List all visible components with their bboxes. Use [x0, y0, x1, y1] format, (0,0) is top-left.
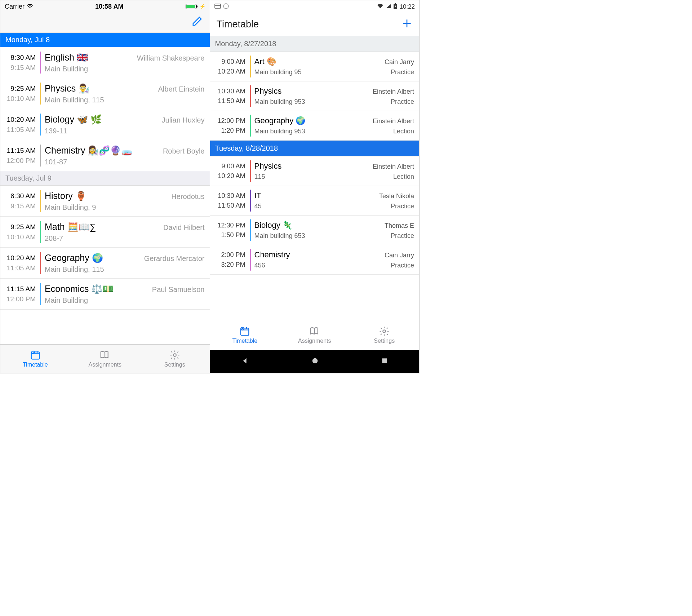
time-end: 11:50 AM	[218, 97, 245, 105]
nav-back[interactable]	[241, 357, 249, 366]
subject-name: IT	[254, 191, 262, 200]
nav-home[interactable]	[311, 357, 319, 366]
time-column: 8:30 AM 9:15 AM	[3, 51, 38, 74]
time-start: 10:30 AM	[218, 88, 245, 95]
subject-color-bar	[40, 252, 41, 274]
tab-label: Settings	[164, 362, 185, 368]
subject-name: Physics 👨‍🔬	[45, 83, 89, 94]
subject-color-bar	[250, 56, 251, 77]
row-main: Art 🎨 Cain Jarry Main building 95 Practi…	[254, 55, 414, 78]
timetable-row[interactable]: 12:30 PM 1:50 PM Biology 🦎 Thomas E Main…	[210, 216, 420, 245]
location-label: Main building 953	[254, 128, 305, 135]
time-start: 12:30 PM	[217, 222, 245, 229]
notification-icon-2	[223, 3, 229, 11]
timetable-row[interactable]: 10:30 AM 11:50 AM IT Tesla Nikola 45 Pra…	[210, 186, 420, 216]
timetable-row[interactable]: 9:25 AM 10:10 AM Physics 👨‍🔬 Albert Eins…	[0, 78, 210, 109]
svg-rect-11	[382, 358, 387, 363]
timetable-row[interactable]: 8:30 AM 9:15 AM History 🏺 Herodotus Main…	[0, 186, 210, 217]
subject-name: Chemistry	[254, 250, 290, 260]
time-end: 1:50 PM	[221, 231, 245, 239]
row-main: Chemistry Cain Jarry 456 Practice	[254, 248, 414, 271]
timetable-row[interactable]: 9:25 AM 10:10 AM Math 🧮📖∑ David Hilbert …	[0, 217, 210, 248]
time-column: 10:30 AM 11:50 AM	[213, 84, 248, 108]
location-label: 45	[254, 203, 262, 210]
teacher-name: Robert Boyle	[163, 147, 205, 155]
time-start: 11:15 AM	[7, 147, 36, 155]
timetable-row[interactable]: 2:00 PM 3:20 PM Chemistry Cain Jarry 456…	[210, 245, 420, 275]
timetable-row[interactable]: 9:00 AM 10:20 AM Art 🎨 Cain Jarry Main b…	[210, 52, 420, 81]
carrier-label: Carrier	[5, 3, 25, 10]
timetable-row[interactable]: 9:00 AM 10:20 AM Physics Einstein Albert…	[210, 156, 420, 186]
time-start: 10:30 AM	[218, 192, 245, 200]
row-main: Geography 🌍 Einstein Albert Main buildin…	[254, 114, 414, 137]
location-label: Main building 653	[254, 232, 305, 240]
timetable-row[interactable]: 12:00 PM 1:20 PM Geography 🌍 Einstein Al…	[210, 111, 420, 141]
wifi-icon	[27, 3, 33, 10]
tab-label: Timetable	[23, 362, 48, 368]
teacher-name: Herodotus	[171, 192, 204, 201]
tab-assignments[interactable]: Assignments	[280, 320, 350, 350]
ios-timetable-list[interactable]: Monday, Jul 8 8:30 AM 9:15 AM English 🇬🇧…	[0, 33, 210, 344]
session-type: Practice	[391, 98, 414, 106]
timetable-row[interactable]: 10:20 AM 11:05 AM Biology 🦋 🌿 Julian Hux…	[0, 109, 210, 140]
location-label: Main Building, 115	[45, 96, 104, 104]
timetable-row[interactable]: 11:15 AM 12:00 PM Chemistry 👩‍🔬🧬🔮🧫 Rober…	[0, 140, 210, 171]
subject-name: History 🏺	[45, 191, 86, 201]
tab-label: Assignments	[298, 338, 331, 344]
nav-recent[interactable]	[381, 357, 388, 366]
time-end: 10:10 AM	[7, 95, 36, 103]
row-main: Biology 🦋 🌿 Julian Huxley 139-11	[45, 113, 205, 136]
time-end: 11:05 AM	[7, 126, 36, 134]
svg-rect-3	[215, 4, 221, 8]
time-end: 11:05 AM	[7, 264, 36, 272]
time-column: 11:15 AM 12:00 PM	[3, 282, 38, 306]
android-timetable-list[interactable]: Monday, 8/27/2018 9:00 AM 10:20 AM Art 🎨…	[210, 36, 420, 320]
signal-icon	[386, 3, 391, 10]
edit-icon[interactable]	[192, 16, 203, 28]
tab-timetable[interactable]: Timetable	[0, 345, 70, 373]
tab-assignments[interactable]: Assignments	[70, 345, 140, 373]
location-label: Main building 95	[254, 68, 302, 76]
subject-color-bar	[250, 190, 251, 212]
timetable-row[interactable]: 10:30 AM 11:50 AM Physics Einstein Alber…	[210, 81, 420, 111]
timetable-row[interactable]: 8:30 AM 9:15 AM English 🇬🇧 William Shake…	[0, 47, 210, 78]
svg-rect-6	[395, 3, 396, 4]
row-main: Chemistry 👩‍🔬🧬🔮🧫 Robert Boyle 101-87	[45, 144, 205, 167]
ios-status-time: 10:58 AM	[33, 3, 185, 10]
subject-name: Chemistry 👩‍🔬🧬🔮🧫	[45, 145, 132, 156]
location-label: Main building 953	[254, 98, 305, 106]
teacher-name: Thomas E	[385, 222, 414, 230]
timetable-row[interactable]: 11:15 AM 12:00 PM Economics ⚖️💵 Paul Sam…	[0, 279, 210, 310]
row-main: English 🇬🇧 William Shakespeare Main Buil…	[45, 51, 205, 74]
timetable-row[interactable]: 10:20 AM 11:05 AM Geography 🌍 Gerardus M…	[0, 248, 210, 279]
teacher-name: Paul Samuelson	[152, 285, 205, 294]
row-main: Geography 🌍 Gerardus Mercator Main Build…	[45, 251, 205, 275]
teacher-name: William Shakespeare	[137, 54, 205, 62]
time-start: 9:00 AM	[221, 163, 245, 170]
tab-label: Settings	[374, 338, 395, 344]
time-end: 3:20 PM	[221, 261, 245, 269]
teacher-name: Tesla Nikola	[379, 192, 414, 200]
time-start: 8:30 AM	[10, 54, 36, 62]
section-header: Monday, Jul 8	[0, 33, 210, 47]
subject-color-bar	[40, 283, 41, 305]
time-end: 12:00 PM	[6, 157, 36, 165]
add-icon[interactable]	[401, 18, 413, 31]
tab-settings[interactable]: Settings	[140, 345, 210, 373]
tab-settings[interactable]: Settings	[350, 320, 420, 350]
ios-phone: Carrier 10:58 AM ⚡ Monday, Jul 8 8:30 AM…	[0, 0, 210, 373]
section-header: Tuesday, 8/28/2018	[210, 141, 420, 156]
time-start: 9:00 AM	[221, 58, 245, 66]
time-start: 9:25 AM	[10, 223, 36, 231]
time-start: 8:30 AM	[10, 192, 36, 200]
subject-name: Geography 🌍	[45, 253, 103, 263]
android-status-time: 10:22	[399, 3, 415, 10]
subject-color-bar	[250, 85, 251, 107]
teacher-name: Cain Jarry	[385, 252, 414, 259]
android-status-bar: 10:22	[210, 0, 420, 13]
tab-timetable[interactable]: Timetable	[210, 320, 280, 350]
session-type: Practice	[391, 68, 414, 76]
teacher-name: Einstein Albert	[373, 163, 414, 170]
time-column: 10:20 AM 11:05 AM	[3, 113, 38, 136]
svg-point-2	[173, 354, 176, 356]
